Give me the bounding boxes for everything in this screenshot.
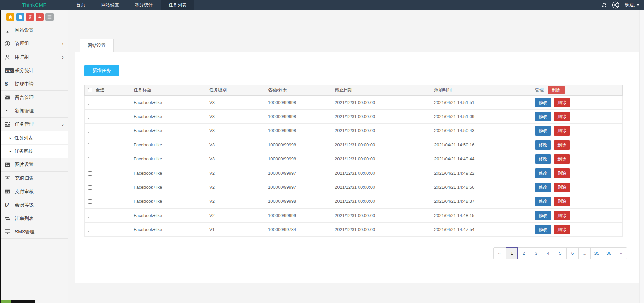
user-icon (5, 54, 15, 60)
row-checkbox[interactable] (88, 228, 92, 232)
page-2[interactable]: 2 (518, 247, 530, 259)
delete-button[interactable]: 删除 (554, 211, 570, 220)
nav-item-points-stats[interactable]: 积分统计 (127, 0, 161, 10)
delete-button[interactable]: 删除 (554, 154, 570, 164)
content-card: 新增任务 全选 任务标题 任务级别 名额/剩余 截止日期 添加时间 管理 删除 (75, 52, 639, 283)
sidebar-item-sms[interactable]: SMS管理 (0, 225, 68, 239)
trash-icon[interactable] (26, 13, 34, 21)
edit-button[interactable]: 修改 (535, 197, 551, 206)
row-checkbox[interactable] (88, 157, 92, 161)
sidebar-item-points-stats[interactable]: VISA 积分统计 (0, 64, 68, 77)
sidebar-item-label: 管理组 (15, 41, 29, 47)
cell-added: 2021/04/21 14:50:16 (431, 138, 532, 152)
nav-item-site-settings[interactable]: 网站设置 (93, 0, 127, 10)
page-4[interactable]: 4 (542, 247, 554, 259)
cell-title: Facebook+like (131, 194, 206, 209)
row-checkbox[interactable] (88, 129, 92, 133)
refresh-icon[interactable] (602, 3, 607, 8)
page-1[interactable]: 1 (506, 247, 518, 259)
sidebar-item-withdrawal[interactable]: $ 提现申请 (0, 77, 68, 91)
edit-button[interactable]: 修改 (535, 126, 551, 136)
sidebar-subitem-task-list[interactable]: ▸ 任务列表 (0, 131, 68, 145)
visa-icon: VISA (5, 68, 15, 73)
table-header-row: 全选 任务标题 任务级别 名额/剩余 截止日期 添加时间 管理 删除 (85, 85, 623, 96)
sidebar-item-payment-review[interactable]: 支付审核 (0, 185, 68, 198)
add-task-button[interactable]: 新增任务 (84, 65, 119, 76)
page-35[interactable]: 35 (590, 247, 603, 259)
edit-button[interactable]: 修改 (535, 154, 551, 164)
cell-quota: 100000/99999 (265, 209, 332, 223)
cell-deadline: 2021/12/31 00:00:00 (332, 180, 431, 194)
delete-button[interactable]: 删除 (554, 140, 570, 150)
file-icon[interactable] (16, 13, 24, 21)
cell-deadline: 2021/12/31 00:00:00 (332, 166, 431, 180)
cell-manage: 修改删除 (532, 194, 623, 209)
tab-site-settings[interactable]: 网站设置 (80, 39, 114, 52)
nav-item-home[interactable]: 首页 (68, 0, 93, 10)
page-36[interactable]: 36 (603, 247, 615, 259)
page-3[interactable]: 3 (530, 247, 542, 259)
sidebar-item-task-management[interactable]: 任务管理 › (0, 118, 68, 131)
row-checkbox[interactable] (88, 143, 92, 147)
edit-button[interactable]: 修改 (535, 211, 551, 220)
welcome-menu[interactable]: 欢迎, (625, 2, 639, 8)
row-checkbox[interactable] (88, 115, 92, 119)
delete-button[interactable]: 删除 (554, 168, 570, 178)
sidebar-item-member-level[interactable]: Ʋ 会员等级 (0, 198, 68, 212)
sidebar-item-label: 留言管理 (15, 94, 34, 101)
sidebar-item-exchange-rates[interactable]: 汇率列表 (0, 212, 68, 225)
delete-button[interactable]: 删除 (554, 197, 570, 206)
cell-title: Facebook+like (131, 166, 206, 180)
home-icon[interactable] (6, 13, 14, 21)
list-icon[interactable] (45, 13, 54, 21)
sidebar-item-label: 图片设置 (15, 162, 34, 168)
sidebar-item-site-settings[interactable]: 网站设置 (0, 24, 68, 37)
scrollbar-track[interactable] (639, 10, 644, 303)
delete-button[interactable]: 删除 (554, 225, 570, 234)
brand-logo[interactable]: ThinkCMF (0, 0, 68, 10)
page-5[interactable]: 5 (554, 247, 567, 259)
delete-button[interactable]: 删除 (554, 98, 570, 107)
cell-deadline: 2021/12/31 00:00:00 (332, 96, 431, 110)
cell-quota: 100000/99998 (265, 96, 332, 110)
table-row: Facebook+like V3 100000/99998 2021/12/31… (85, 124, 623, 138)
edit-button[interactable]: 修改 (535, 112, 551, 121)
vine-icon: Ʋ (5, 202, 15, 209)
delete-button[interactable]: 删除 (554, 126, 570, 136)
cell-quota: 100000/99998 (265, 194, 332, 209)
recycle-icon[interactable] (36, 13, 44, 21)
row-checkbox[interactable] (88, 214, 92, 218)
edit-button[interactable]: 修改 (535, 98, 551, 107)
edit-button[interactable]: 修改 (535, 225, 551, 234)
delete-button[interactable]: 删除 (554, 183, 570, 192)
bulk-delete-button[interactable]: 删除 (548, 86, 565, 94)
page-next[interactable]: » (615, 247, 627, 259)
select-all-checkbox[interactable] (88, 88, 92, 92)
sidebar-item-recharge[interactable]: 充值归集 (0, 172, 68, 185)
sidebar-item-admin-group[interactable]: 管理组 › (0, 37, 68, 50)
sidebar-quick-icons (0, 10, 68, 24)
chevron-right-icon: › (62, 41, 64, 46)
edit-button[interactable]: 修改 (535, 140, 551, 150)
cell-manage: 修改删除 (532, 124, 623, 138)
row-checkbox[interactable] (88, 101, 92, 105)
sidebar-item-news[interactable]: 新闻管理 (0, 104, 68, 118)
table-row: Facebook+like V2 100000/99997 2021/12/31… (85, 180, 623, 194)
sidebar-subitem-task-review[interactable]: ▸ 任务审核 (0, 145, 68, 158)
sidebar-item-image-settings[interactable]: 图片设置 (0, 158, 68, 172)
delete-button[interactable]: 删除 (554, 112, 570, 121)
row-checkbox[interactable] (88, 171, 92, 176)
row-checkbox[interactable] (88, 199, 92, 204)
cell-level: V3 (206, 96, 265, 110)
top-navbar: ThinkCMF 首页 网站设置 积分统计 任务列表 欢迎, (0, 0, 644, 10)
sidebar-item-messages[interactable]: 留言管理 (0, 91, 68, 104)
avatar-icon[interactable] (612, 1, 619, 9)
page-prev[interactable]: « (493, 247, 506, 259)
page-6[interactable]: 6 (566, 247, 579, 259)
edit-button[interactable]: 修改 (535, 168, 551, 178)
edit-button[interactable]: 修改 (535, 183, 551, 192)
nav-item-task-list[interactable]: 任务列表 (161, 0, 194, 10)
row-checkbox[interactable] (88, 185, 92, 190)
sidebar-item-user-group[interactable]: 用户组 › (0, 50, 68, 64)
cell-added: 2021/04/21 14:48:56 (431, 180, 532, 194)
